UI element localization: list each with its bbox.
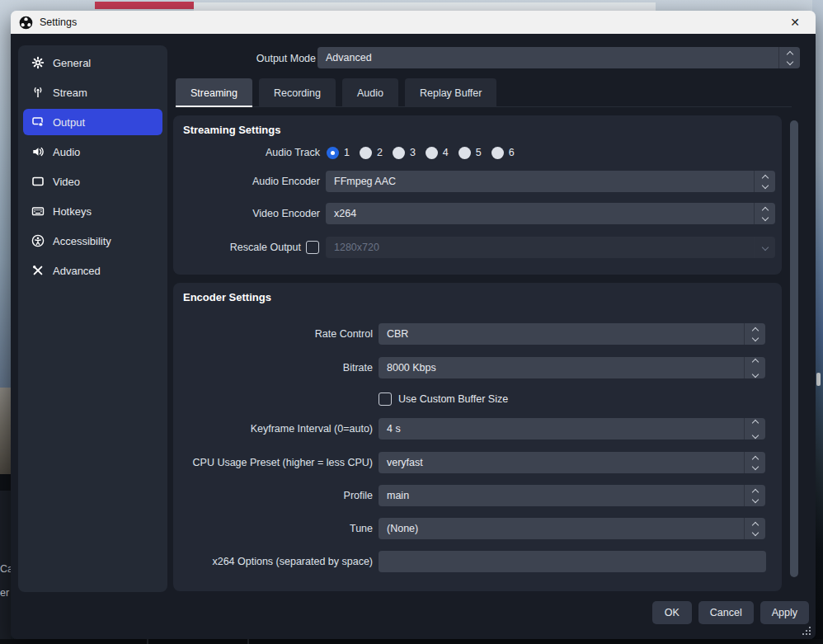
sidebar-item-advanced[interactable]: Advanced	[23, 257, 162, 284]
chevron-down-icon	[786, 58, 792, 64]
profile-label: Profile	[173, 490, 373, 501]
background-photo-fragment	[0, 388, 11, 474]
sidebar-item-label: Advanced	[53, 265, 101, 277]
dropdown-spinner[interactable]	[778, 47, 800, 68]
sidebar-item-label: Audio	[53, 146, 80, 158]
sidebar-item-label: Stream	[53, 87, 87, 99]
chevron-down-icon	[751, 334, 758, 341]
tab-label: Audio	[357, 87, 383, 99]
rate-control-select[interactable]: CBR	[379, 323, 765, 345]
background-bottom-strip	[0, 639, 823, 644]
radio-track-5[interactable]: 5	[459, 147, 482, 159]
accessibility-icon	[31, 234, 45, 247]
chevron-up-icon	[751, 455, 758, 462]
apply-button[interactable]: Apply	[760, 601, 809, 624]
radio-label: 6	[509, 147, 515, 158]
sidebar-item-accessibility[interactable]: Accessibility	[23, 228, 162, 254]
sidebar-item-general[interactable]: General	[23, 49, 162, 76]
dropdown-spinner[interactable]	[744, 485, 765, 506]
radio-label: 5	[476, 147, 482, 158]
output-tabs: Streaming Recording Audio Replay Buffer	[176, 78, 496, 107]
tab-label: Replay Buffer	[420, 87, 482, 99]
dropdown-spinner[interactable]	[754, 203, 775, 224]
radio-track-2[interactable]: 2	[360, 147, 383, 159]
sidebar-item-label: Output	[53, 116, 85, 129]
radio-selected-icon	[327, 147, 339, 159]
chevron-up-icon	[751, 327, 758, 333]
tune-select[interactable]: (None)	[379, 518, 765, 539]
chevron-up-icon	[751, 419, 758, 425]
radio-track-3[interactable]: 3	[393, 147, 416, 159]
x264-options-input[interactable]	[379, 551, 766, 572]
tab-audio[interactable]: Audio	[342, 78, 398, 107]
rescale-resolution-combo[interactable]: 1280x720	[326, 237, 775, 258]
radio-track-1[interactable]: 1	[327, 147, 350, 159]
keyframe-interval-spinbox[interactable]: 4 s	[379, 418, 765, 440]
bitrate-label: Bitrate	[173, 362, 373, 374]
audio-encoder-select[interactable]: FFmpeg AAC	[326, 171, 775, 192]
background-cutoff-text: er	[0, 587, 12, 599]
video-encoder-select[interactable]: x264	[326, 203, 775, 224]
cancel-button[interactable]: Cancel	[698, 601, 754, 624]
radio-icon	[491, 147, 504, 159]
chevron-up-icon	[761, 174, 768, 181]
tune-row: Tune (None)	[173, 518, 771, 539]
number-spinner[interactable]	[744, 418, 765, 440]
dropdown-spinner[interactable]	[744, 323, 765, 345]
close-icon[interactable]: ✕	[783, 12, 807, 32]
settings-body: General Stream Output	[11, 34, 816, 639]
output-mode-select[interactable]: Advanced	[317, 47, 800, 68]
keyframe-interval-label: Keyframe Interval (0=auto)	[173, 423, 373, 435]
background-tick	[147, 639, 148, 644]
titlebar: Settings ✕	[11, 11, 816, 34]
chevron-down-icon	[761, 214, 768, 220]
radio-icon	[459, 147, 471, 159]
settings-window: Settings ✕ General	[11, 11, 816, 639]
chevron-down-icon	[751, 463, 758, 469]
sidebar-item-hotkeys[interactable]: Hotkeys	[23, 198, 162, 224]
radio-track-4[interactable]: 4	[426, 147, 449, 159]
profile-select[interactable]: main	[379, 485, 765, 506]
audio-track-row: Audio Track 1 2 3 4 5 6	[173, 145, 767, 160]
monitor-icon	[31, 175, 45, 188]
radio-track-6[interactable]: 6	[491, 147, 515, 159]
tab-recording[interactable]: Recording	[259, 78, 336, 107]
tab-streaming[interactable]: Streaming	[176, 78, 252, 107]
tab-label: Recording	[274, 87, 321, 99]
sidebar-item-video[interactable]: Video	[23, 168, 162, 195]
sidebar-item-output[interactable]: Output	[23, 109, 162, 135]
sidebar-item-audio[interactable]: Audio	[23, 139, 162, 165]
cpu-preset-select[interactable]: veryfast	[379, 452, 765, 473]
tab-replay-buffer[interactable]: Replay Buffer	[405, 78, 497, 107]
section-title: Encoder Settings	[183, 291, 271, 303]
chevron-up-icon	[786, 50, 792, 57]
dropdown-spinner[interactable]	[744, 518, 765, 539]
radio-label: 1	[344, 147, 350, 158]
chevron-up-icon	[751, 488, 758, 495]
bitrate-spinbox[interactable]: 8000 Kbps	[379, 357, 765, 378]
custom-buffer-row: Use Custom Buffer Size	[173, 392, 508, 407]
gear-icon	[31, 56, 45, 69]
rescale-output-checkbox[interactable]	[306, 241, 319, 254]
sidebar-item-stream[interactable]: Stream	[23, 79, 162, 106]
speaker-icon	[31, 145, 45, 158]
ok-button[interactable]: OK	[652, 601, 692, 624]
chevron-down-icon	[761, 181, 768, 188]
sidebar-item-label: General	[53, 57, 91, 69]
custom-buffer-checkbox[interactable]	[379, 393, 392, 406]
window-title: Settings	[40, 16, 77, 28]
keyboard-icon	[31, 204, 45, 218]
dropdown-spinner[interactable]	[754, 171, 775, 192]
number-spinner[interactable]	[744, 357, 765, 378]
rescale-output-label: Rescale Output	[173, 242, 301, 253]
audio-track-radios: 1 2 3 4 5 6	[327, 147, 515, 159]
chevron-down-icon	[751, 370, 758, 377]
resize-grip[interactable]	[802, 626, 811, 635]
tools-icon	[31, 264, 45, 277]
profile-row: Profile main	[173, 485, 771, 506]
chevron-down-icon	[761, 244, 768, 251]
dropdown-spinner[interactable]	[744, 452, 765, 473]
sidebar: General Stream Output	[18, 45, 167, 592]
vertical-scrollbar-thumb[interactable]	[790, 120, 798, 577]
background-white-mark	[816, 373, 821, 386]
